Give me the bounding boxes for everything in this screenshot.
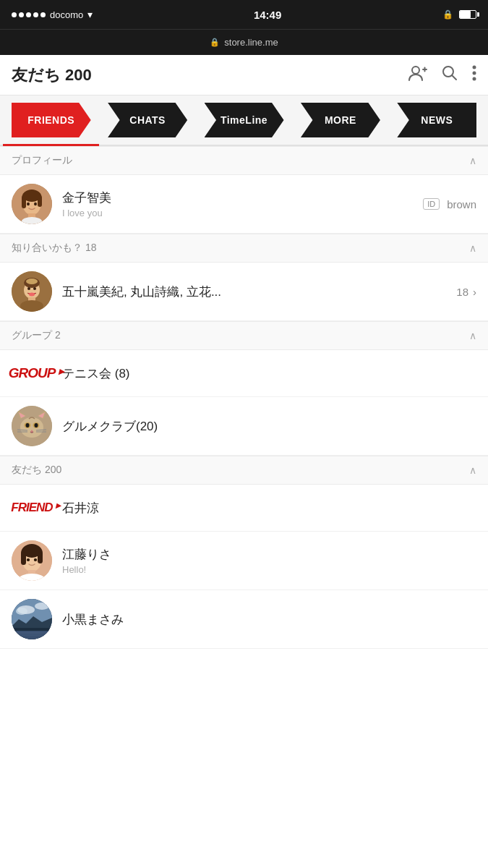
add-friend-icon[interactable]: [408, 65, 427, 85]
svg-point-5: [473, 66, 476, 69]
gourmet-group-info: グルメクラブ(20): [62, 418, 476, 435]
profile-item[interactable]: 金子智美 I love you ID brown: [0, 175, 488, 234]
svg-point-22: [27, 287, 30, 290]
app-header: 友だち 200: [0, 55, 488, 95]
url-lock-icon: 🔒: [210, 38, 220, 47]
more-arrow: MORE: [301, 103, 380, 137]
eto-name: 江藤りさ: [62, 546, 476, 563]
friend-sticker-ishii: FRIEND: [12, 493, 52, 522]
timeline-arrow: TimeLine: [205, 103, 284, 137]
groups-section-title: グループ 2: [12, 329, 61, 342]
svg-point-49: [34, 558, 37, 561]
maybe-friends-info: 五十嵐美紀, 丸山詩織, 立花...: [62, 284, 456, 300]
chats-arrow: CHATS: [108, 103, 187, 137]
tab-news[interactable]: NEWS: [389, 95, 485, 145]
lock-icon: 🔒: [442, 9, 453, 20]
maybe-friends-section-header[interactable]: 知り合いかも？ 18 ∧: [0, 234, 488, 263]
svg-point-28: [20, 417, 43, 438]
signal-dots: [12, 12, 46, 17]
groups-chevron-icon: ∧: [469, 330, 476, 341]
profile-sub: I love you: [62, 208, 423, 218]
id-badge: ID: [423, 198, 440, 210]
status-right: 🔒: [442, 9, 476, 20]
svg-point-36: [35, 423, 38, 427]
oguro-name: 小黒まさみ: [62, 611, 476, 628]
svg-point-56: [16, 608, 27, 615]
profile-id-right: ID brown: [423, 198, 476, 210]
maybe-friends-avatar: [12, 271, 52, 312]
svg-line-4: [452, 75, 456, 80]
oguro-info: 小黒まさみ: [62, 611, 476, 628]
profile-info: 金子智美 I love you: [62, 190, 423, 218]
time-label: 14:49: [254, 9, 281, 21]
friends-chevron-icon: ∧: [469, 464, 476, 476]
profile-chevron-icon: ∧: [469, 155, 476, 166]
maybe-friends-chevron-icon: ∧: [469, 242, 476, 254]
maybe-friends-title: 知り合いかも？ 18: [12, 242, 96, 255]
carrier-label: docomo: [50, 9, 83, 20]
url-text: store.line.me: [224, 37, 278, 48]
group-tennis-item[interactable]: GROUP テニス会 (8): [0, 350, 488, 397]
svg-point-21: [26, 278, 38, 284]
group-sticker-tennis: GROUP: [12, 359, 52, 388]
svg-rect-47: [38, 552, 43, 563]
gourmet-group-name: グルメクラブ(20): [62, 418, 476, 435]
svg-point-7: [473, 77, 476, 81]
oguro-avatar: [12, 599, 52, 639]
maybe-friends-names: 五十嵐美紀, 丸山詩織, 立花...: [62, 284, 456, 300]
friend-oguro-item[interactable]: 小黒まさみ: [0, 590, 488, 649]
maybe-friends-item[interactable]: 五十嵐美紀, 丸山詩織, 立花... 18 ›: [0, 263, 488, 321]
maybe-friends-chevron-right-icon: ›: [473, 286, 476, 298]
friend-eto-item[interactable]: 江藤りさ Hello!: [0, 532, 488, 590]
profile-id-value: brown: [447, 198, 476, 210]
page-title: 友だち 200: [12, 64, 92, 86]
svg-point-13: [23, 190, 40, 202]
svg-point-16: [27, 203, 30, 205]
profile-name: 金子智美: [62, 190, 423, 206]
maybe-friends-count: 18: [456, 286, 468, 298]
friend-ishii-item[interactable]: FRIEND 石井涼: [0, 485, 488, 532]
ishii-name: 石井涼: [62, 500, 476, 516]
svg-point-26: [20, 300, 43, 312]
tab-chats[interactable]: CHATS: [99, 95, 195, 145]
svg-point-48: [27, 558, 30, 561]
cat-avatar: [12, 406, 52, 446]
tennis-group-name: テニス会 (8): [62, 365, 476, 382]
more-icon[interactable]: [472, 65, 476, 85]
news-arrow: NEWS: [397, 103, 476, 137]
svg-point-6: [473, 72, 476, 75]
header-icons: [408, 65, 476, 85]
svg-point-23: [33, 287, 36, 290]
groups-section-header[interactable]: グループ 2 ∧: [0, 321, 488, 350]
status-bar: docomo ▾ 14:49 🔒: [0, 0, 488, 29]
ishii-info: 石井涼: [62, 500, 476, 516]
url-bar: 🔒 store.line.me: [0, 29, 488, 55]
profile-section-header[interactable]: プロフィール ∧: [0, 146, 488, 175]
wifi-icon: ▾: [87, 9, 93, 20]
eto-sub: Hello!: [62, 564, 476, 575]
eto-avatar: [12, 540, 52, 581]
tennis-group-info: テニス会 (8): [62, 365, 476, 382]
svg-rect-46: [21, 552, 26, 565]
tab-more[interactable]: MORE: [292, 95, 388, 145]
friends-arrow: FRIENDS: [12, 103, 91, 137]
svg-point-24: [29, 293, 35, 297]
group-gourmet-item[interactable]: グルメクラブ(20): [0, 397, 488, 456]
svg-point-57: [35, 603, 49, 610]
maybe-friends-count-right: 18 ›: [456, 286, 476, 298]
svg-point-35: [26, 423, 30, 427]
svg-point-0: [412, 67, 419, 74]
friends-section-title: 友だち 200: [12, 464, 61, 477]
battery-icon: [459, 10, 476, 19]
profile-section-title: プロフィール: [12, 154, 72, 167]
search-icon[interactable]: [442, 65, 458, 85]
tab-timeline[interactable]: TimeLine: [196, 95, 292, 145]
profile-avatar: [12, 184, 52, 224]
nav-tabs: FRIENDS CHATS TimeLine MORE NEWS: [0, 95, 488, 146]
status-left: docomo ▾: [12, 9, 93, 20]
friends-section-header[interactable]: 友だち 200 ∧: [0, 456, 488, 485]
tab-friends[interactable]: FRIENDS: [3, 95, 99, 145]
eto-info: 江藤りさ Hello!: [62, 546, 476, 575]
svg-point-17: [34, 203, 37, 205]
